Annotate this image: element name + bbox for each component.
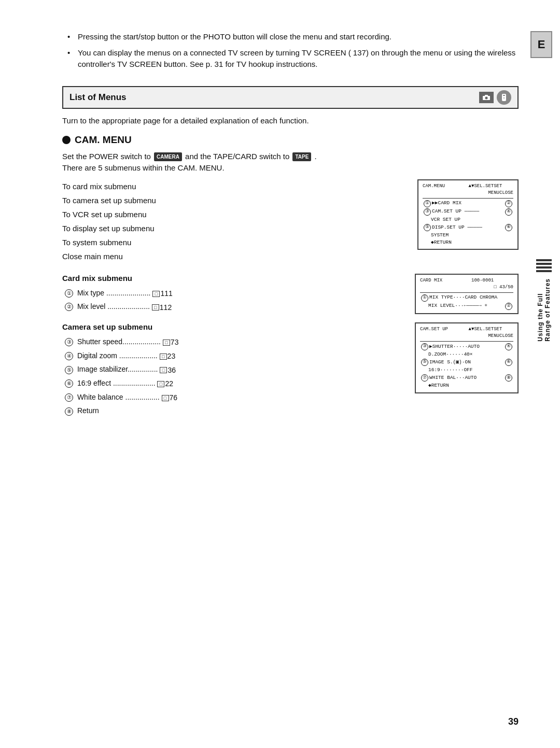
screen-text-6: ◆RETURN xyxy=(431,239,452,246)
cs-num-2: ④ xyxy=(65,352,73,360)
card-mix-header-right: 100-0001 □ 43/50 xyxy=(471,277,513,291)
cs-screen-row-4: 16:9········OFF xyxy=(420,366,513,374)
cs-ref-4: □ 22 xyxy=(157,377,173,390)
screen-num-4: ④ xyxy=(505,208,512,216)
card-mix-section: Card mix submenu ① Mix type ............… xyxy=(62,274,519,314)
cs-ref-1: □ 73 xyxy=(163,336,179,349)
card-mix-stext-2: MIX LEVEL···←────→ + xyxy=(420,302,487,309)
screen-text-2: CAM.SET UP ───── xyxy=(432,208,479,215)
screen-header: CAM.MENU ▲▼SEL.SETSET MENUCLOSE xyxy=(423,183,513,199)
cam-setup-header-right: ▲▼SEL.SETSET MENUCLOSE xyxy=(469,326,513,340)
camera-setup-title: Camera set up submenu xyxy=(62,322,399,331)
cs-ref-2: □ 23 xyxy=(160,350,176,363)
cs-num-3: ⑤ xyxy=(65,366,73,374)
cs-screen-row-6: ◆RETURN xyxy=(420,382,513,389)
tape-badge: TAPE xyxy=(292,152,311,161)
cs-stext-2: D.ZOOM······40× xyxy=(428,351,473,358)
camera-icon-box xyxy=(479,92,494,103)
cs-stext-1: ▶SHUTTER·····AUTO xyxy=(429,343,480,350)
screen-header-right: ▲▼SEL.SETSET MENUCLOSE xyxy=(469,183,513,197)
e-badge-text: E xyxy=(538,38,545,51)
camera-setup-item-1: ③ Shutter speed................... □ 73 xyxy=(65,335,399,349)
cam-list-item-6: Close main menu xyxy=(62,249,402,263)
cs-snum-2: ④ xyxy=(505,343,512,350)
card-mix-screen: CARD MIX 100-0001 □ 43/50 ① MIX TYPE····… xyxy=(415,274,519,314)
cs-screen-row-2: D.ZOOM······40× xyxy=(420,351,513,358)
screen-num-3: ③ xyxy=(424,208,431,216)
svg-rect-4 xyxy=(503,95,505,96)
card-mix-left: Card mix submenu ① Mix type ............… xyxy=(62,274,399,314)
screen-row-1: ① ▶▶CARD MIX ② xyxy=(423,200,513,208)
camera-setup-header: CAM.SET UP ▲▼SEL.SETSET MENUCLOSE xyxy=(420,326,513,342)
cam-list-item-5: To system submenu xyxy=(62,235,402,249)
card-mix-snum-1: ① xyxy=(421,294,428,302)
camera-setup-section: Camera set up submenu ③ Shutter speed...… xyxy=(62,322,519,418)
remote-svg xyxy=(500,93,508,102)
card-mix-ref-1: □ 111 xyxy=(152,287,172,300)
cs-screen-row-1: ③ ▶SHUTTER·····AUTO ④ xyxy=(420,343,513,351)
cs-snum-3: ⑤ xyxy=(421,359,428,366)
screen-text-5: SYSTEM xyxy=(431,232,449,239)
camera-setup-left: Camera set up submenu ③ Shutter speed...… xyxy=(62,322,399,418)
cam-list-item-3: To VCR set up submenu xyxy=(62,207,402,221)
intro-bullet-2: You can display the menus on a connected… xyxy=(67,47,519,70)
intro-bullet-1: Pressing the start/stop button or the PH… xyxy=(67,31,519,43)
page-container: E Using the Full Range of Features Press… xyxy=(0,0,560,748)
screen-num-6: ⑥ xyxy=(505,224,512,231)
camera-icon xyxy=(482,94,491,101)
cam-menu-content: To card mix submenu To camera set up sub… xyxy=(62,179,519,263)
cs-screen-row-5: ⑦ WHITE BAL···AUTO ⑧ xyxy=(420,374,513,382)
camera-setup-item-6: ⑧ Return xyxy=(65,404,399,417)
cs-num-1: ③ xyxy=(65,338,73,346)
screen-num-2: ② xyxy=(505,200,512,207)
camera-setup-item-2: ④ Digital zoom ................... □ 23 xyxy=(65,349,399,363)
cam-list-item-1: To card mix submenu xyxy=(62,179,402,193)
e-badge: E xyxy=(530,31,552,58)
cam-setup-header-left: CAM.SET UP xyxy=(420,326,448,340)
cam-menu-title: CAM. MENU xyxy=(62,134,519,146)
cs-stext-5: WHITE BAL···AUTO xyxy=(429,374,477,382)
screen-text-1: ▶▶CARD MIX xyxy=(432,200,461,207)
turn-text: Turn to the appropriate page for a detai… xyxy=(62,116,519,125)
camera-setup-item-5: ⑦ White balance ................. □ 76 xyxy=(65,391,399,405)
sidebar-lines xyxy=(536,259,552,272)
card-mix-ref-2: □ 112 xyxy=(152,301,172,314)
cs-snum-4: ⑥ xyxy=(505,359,512,366)
card-mix-stext-1: MIX TYPE····CARD CHROMA xyxy=(429,294,497,301)
cs-num-6: ⑧ xyxy=(65,407,73,416)
card-mix-item-1: ① Mix type ...................... □ 111 xyxy=(65,287,399,301)
card-mix-title: Card mix submenu xyxy=(62,274,399,283)
camera-setup-screen-box: CAM.SET UP ▲▼SEL.SETSET MENUCLOSE ③ ▶SHU… xyxy=(415,322,519,393)
camera-badge: CAMERA xyxy=(154,152,182,161)
screen-row-2: ③ CAM.SET UP ───── ④ xyxy=(423,208,513,216)
camera-setup-items: ③ Shutter speed................... □ 73 … xyxy=(65,335,399,418)
cam-menu-desc: Set the POWER switch to CAMERA and the T… xyxy=(62,151,519,174)
cam-menu-bullet xyxy=(62,136,71,144)
card-mix-num-1: ① xyxy=(65,289,73,298)
cam-list-item-4: To display set up submenu xyxy=(62,221,402,235)
card-mix-item-2: ② Mix level ..................... □ 112 xyxy=(65,300,399,314)
card-mix-snum-2: ② xyxy=(505,303,512,310)
card-mix-row-2: MIX LEVEL···←────→ + ② xyxy=(420,302,513,311)
page-number: 39 xyxy=(508,716,519,727)
svg-rect-2 xyxy=(485,95,488,96)
svg-point-5 xyxy=(503,97,505,98)
screen-row-6: ◆RETURN xyxy=(423,239,513,246)
svg-point-1 xyxy=(485,96,488,99)
card-mix-screen-box: CARD MIX 100-0001 □ 43/50 ① MIX TYPE····… xyxy=(415,274,519,314)
cs-stext-3: IMAGE S.(▣)·ON xyxy=(429,359,471,366)
screen-row-4: ⑤ DISP.SET UP ───── ⑥ xyxy=(423,223,513,232)
sidebar-line-1 xyxy=(536,259,552,261)
list-of-menus-title: List of Menus xyxy=(69,92,127,103)
intro-bullets: Pressing the start/stop button or the PH… xyxy=(67,31,519,70)
cs-num-4: ⑥ xyxy=(65,379,73,388)
screen-row-3: VCR SET UP xyxy=(423,216,513,223)
sidebar-text-1: Using the Full Range of Features xyxy=(537,278,551,342)
card-mix-num-2: ② xyxy=(65,303,73,311)
screen-num-1: ① xyxy=(424,200,431,207)
card-mix-header-left: CARD MIX xyxy=(420,277,442,291)
sidebar-line-2 xyxy=(536,263,552,265)
camera-setup-screen: CAM.SET UP ▲▼SEL.SETSET MENUCLOSE ③ ▶SHU… xyxy=(415,322,519,418)
screen-text-3: VCR SET UP xyxy=(431,216,460,223)
card-mix-header: CARD MIX 100-0001 □ 43/50 xyxy=(420,277,513,293)
